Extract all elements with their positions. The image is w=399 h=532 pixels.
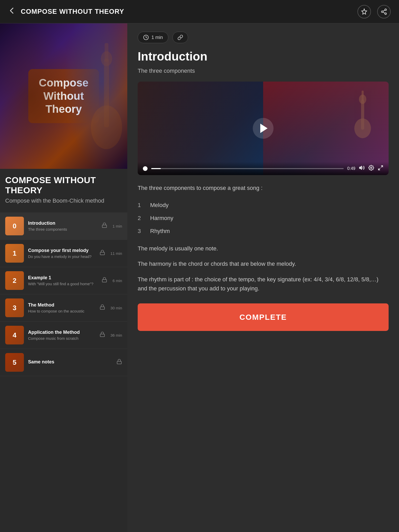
settings-icon[interactable] bbox=[368, 165, 374, 172]
lesson-text: The MethodHow to compose on the acoustic bbox=[28, 302, 94, 313]
content-p4: The rhythm is part of : the choice of th… bbox=[138, 275, 389, 293]
lesson-desc: How to compose on the acoustic bbox=[28, 309, 94, 313]
lesson-text: Same notes bbox=[28, 359, 111, 366]
svg-marker-20 bbox=[360, 166, 362, 170]
play-button[interactable] bbox=[253, 118, 274, 139]
svg-line-23 bbox=[378, 168, 380, 170]
course-title: COMPOSE WITHOUT THEORY bbox=[5, 175, 122, 195]
lesson-desc: Do you have a melody in your head? bbox=[28, 254, 94, 259]
duration-text: 1 min bbox=[151, 35, 163, 40]
header-actions bbox=[357, 5, 391, 18]
lesson-text: Compose your first melodyDo you have a m… bbox=[28, 248, 94, 259]
course-image: Compose Without Theory bbox=[0, 23, 127, 169]
svg-line-4 bbox=[383, 10, 385, 11]
lesson-item[interactable]: 1Compose your first melodyDo you have a … bbox=[0, 240, 127, 267]
svg-rect-11 bbox=[102, 280, 107, 282]
header-title: COMPOSE WITHOUT THEORY bbox=[21, 8, 124, 16]
lesson-name: Application the Method bbox=[28, 330, 94, 335]
svg-point-2 bbox=[385, 13, 387, 15]
svg-point-1 bbox=[381, 11, 383, 12]
lesson-item[interactable]: 0IntroductionThe three components1 min bbox=[0, 212, 127, 240]
lesson-name: Introduction bbox=[28, 221, 96, 226]
numbered-list: 1Melody2Harmony3Rhythm bbox=[138, 199, 389, 238]
course-subtitle: Compose with the Boom-Chick method bbox=[5, 197, 122, 204]
lock-icon bbox=[102, 277, 107, 284]
svg-rect-6 bbox=[104, 59, 109, 127]
video-time: 0:49 bbox=[347, 166, 355, 171]
play-triangle-icon bbox=[260, 124, 268, 133]
share-button[interactable] bbox=[377, 5, 391, 18]
lesson-text: IntroductionThe three components bbox=[28, 221, 96, 231]
svg-rect-17 bbox=[361, 100, 364, 130]
lesson-duration: 1 min bbox=[112, 224, 122, 228]
svg-rect-19 bbox=[362, 91, 364, 101]
duration-badge: 1 min bbox=[138, 32, 168, 43]
left-column: Compose Without Theory COMPOSE WITHOUT T… bbox=[0, 23, 127, 532]
lesson-desc: The three components bbox=[28, 227, 96, 231]
svg-point-21 bbox=[370, 167, 372, 169]
lesson-name: Same notes bbox=[28, 359, 111, 365]
content-p2: The melody is usually one note. bbox=[138, 244, 389, 253]
list-item-label: Harmony bbox=[150, 215, 173, 222]
lesson-thumbnail: 0 bbox=[5, 217, 24, 235]
video-guitar-icon bbox=[352, 87, 373, 139]
lesson-item[interactable]: 5Same notes bbox=[0, 349, 127, 376]
course-info: COMPOSE WITHOUT THEORY Compose with the … bbox=[0, 169, 127, 207]
lesson-thumbnail: 4 bbox=[5, 326, 24, 344]
lock-icon bbox=[99, 250, 105, 257]
lock-icon bbox=[102, 222, 107, 230]
fullscreen-icon[interactable] bbox=[378, 165, 383, 172]
list-item: 2Harmony bbox=[138, 212, 389, 225]
complete-button[interactable]: COMPLETE bbox=[138, 303, 389, 331]
volume-icon[interactable] bbox=[359, 165, 365, 172]
list-item: 1Melody bbox=[138, 199, 389, 212]
meta-bar: 1 min bbox=[138, 32, 389, 43]
lesson-text: Application the MethodCompose music from… bbox=[28, 330, 94, 341]
lock-icon bbox=[99, 331, 105, 339]
lesson-tagline: The three components bbox=[138, 68, 389, 74]
lesson-thumbnail: 5 bbox=[5, 353, 24, 372]
list-item-number: 3 bbox=[138, 228, 145, 235]
progress-fill bbox=[151, 168, 161, 169]
lesson-thumbnail: 1 bbox=[5, 244, 24, 263]
link-icon bbox=[177, 35, 183, 40]
svg-rect-12 bbox=[100, 307, 105, 309]
lesson-item[interactable]: 4Application the MethodCompose music fro… bbox=[0, 322, 127, 349]
main-content: Compose Without Theory COMPOSE WITHOUT T… bbox=[0, 23, 399, 532]
clock-icon bbox=[143, 35, 149, 40]
svg-rect-13 bbox=[100, 334, 105, 337]
lesson-name: Compose your first melody bbox=[28, 248, 94, 253]
lesson-thumbnail: 3 bbox=[5, 298, 24, 317]
lesson-desc: Compose music from scratch bbox=[28, 336, 94, 341]
content-intro: The three components to compose a great … bbox=[138, 183, 389, 192]
lesson-duration: 6 min bbox=[112, 278, 122, 283]
list-item: 3Rhythm bbox=[138, 225, 389, 238]
svg-rect-10 bbox=[100, 252, 105, 255]
lesson-thumbnail: 2 bbox=[5, 271, 24, 290]
video-player[interactable]: 0:49 bbox=[138, 82, 389, 175]
progress-dot bbox=[143, 166, 148, 171]
svg-point-0 bbox=[385, 9, 387, 11]
link-button[interactable] bbox=[172, 32, 188, 43]
lock-icon bbox=[99, 304, 105, 311]
right-column: 1 min Introduction The three components bbox=[127, 23, 399, 532]
content-p3: The harmony is the chord or chords that … bbox=[138, 259, 389, 268]
svg-line-22 bbox=[381, 166, 383, 167]
svg-rect-14 bbox=[117, 361, 122, 364]
svg-line-3 bbox=[383, 12, 385, 13]
list-item-label: Melody bbox=[150, 202, 169, 209]
header-left: COMPOSE WITHOUT THEORY bbox=[8, 7, 124, 16]
back-button[interactable] bbox=[8, 7, 16, 16]
lesson-item[interactable]: 2Example 1With "Will you still find a go… bbox=[0, 267, 127, 294]
lesson-item[interactable]: 3The MethodHow to compose on the acousti… bbox=[0, 294, 127, 322]
progress-bar[interactable] bbox=[151, 168, 344, 169]
lesson-duration: 30 min bbox=[110, 306, 122, 310]
bookmark-button[interactable] bbox=[357, 5, 371, 18]
video-controls: 0:49 bbox=[138, 162, 389, 175]
header: COMPOSE WITHOUT THEORY bbox=[0, 0, 399, 23]
svg-rect-9 bbox=[102, 225, 107, 228]
lesson-duration: 11 min bbox=[110, 251, 122, 256]
lesson-title: Introduction bbox=[138, 49, 389, 63]
guitar-silhouette bbox=[78, 34, 127, 158]
list-item-label: Rhythm bbox=[150, 228, 170, 235]
